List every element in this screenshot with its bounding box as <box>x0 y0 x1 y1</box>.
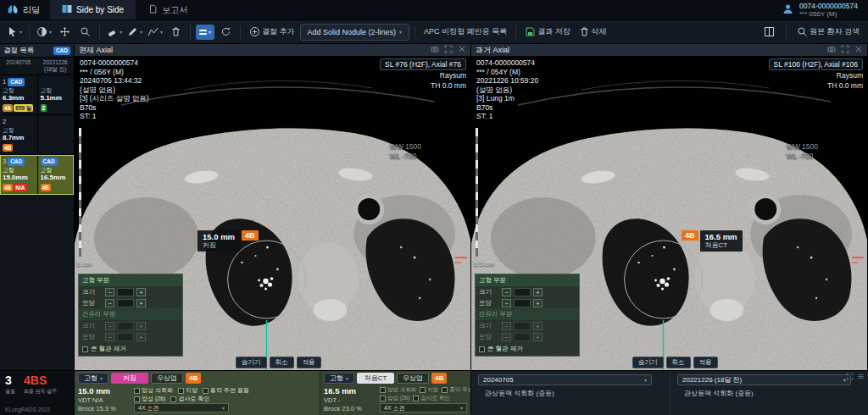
main-area: 결절 목록 CAD 20240705 20221226 (18달 전) 1CAD… <box>0 44 868 370</box>
perifissural-checkbox[interactable]: 흉막 주변 결절 <box>203 386 249 395</box>
nodule-row[interactable]: 2 고형 8.7mm 4B <box>0 115 74 155</box>
current-study-date: 20240705 <box>0 59 37 73</box>
4x-findings-dropdown[interactable]: 4X 소견▾ <box>380 403 467 412</box>
pan-tool-button[interactable] <box>55 23 74 42</box>
shape-decrease-button[interactable]: − <box>105 333 114 341</box>
sidebar-empty-space <box>0 195 74 370</box>
fat-checkbox[interactable]: 지방 <box>178 386 198 395</box>
eraser-tool-button[interactable]: ▾ <box>105 23 124 42</box>
nodule-current-cell: 3CAD 고형 15.0mm 4BN/A <box>0 155 37 194</box>
vdt-value: VDT - <box>324 396 375 404</box>
size-increase-button[interactable]: + <box>136 322 146 330</box>
category-badge: 4B <box>3 144 13 152</box>
viewport-header: 과거 Axial <box>471 44 867 56</box>
layout-grid-button[interactable] <box>760 23 779 42</box>
polyline-tool-button[interactable]: ▾ <box>146 23 164 42</box>
ct-viewport[interactable]: 0074-0000000574 *** / 054Y (M) 20221226 … <box>471 56 867 370</box>
change-status-button[interactable]: 커짐 <box>111 373 148 384</box>
lobe-location-button[interactable]: 우상엽 <box>151 373 183 384</box>
cancel-button[interactable]: 취소 <box>666 357 691 368</box>
shape-increase-button[interactable]: + <box>533 333 542 341</box>
apply-button[interactable]: 적용 <box>693 357 718 368</box>
change-status-button[interactable]: 처음CT <box>357 373 394 384</box>
prior-study-dropdown[interactable]: 20221226 (18달 전)▾ <box>677 374 851 385</box>
sync-scroll-toggle[interactable]: ▾ <box>196 25 214 40</box>
nodule-prior-cell <box>37 115 75 154</box>
zoom-tool-button[interactable] <box>75 23 94 42</box>
toolbar-separator <box>29 25 30 39</box>
overlay-buttons: 숨기기 취소 적용 <box>236 357 321 368</box>
size-increase-button[interactable]: + <box>533 322 542 330</box>
nodule-annotation[interactable]: 16.5 mm 처음CT 4B <box>682 230 743 252</box>
nodule-type-dropdown[interactable]: Add Solid Nodule (2-lines) ▾ <box>300 24 410 41</box>
size-decrease-button[interactable]: − <box>105 322 114 330</box>
capture-icon[interactable] <box>431 45 439 55</box>
maximize-icon[interactable] <box>444 45 453 55</box>
nodule-type-dropdown[interactable]: 고형▾ <box>324 373 354 384</box>
remove-vessels-checkbox[interactable] <box>479 346 485 352</box>
brock-score: Brock 15.3 % <box>78 405 129 412</box>
benign-2b-checkbox[interactable]: 양성 (2b) <box>134 395 165 403</box>
brock-score: Brock 23.0 % <box>324 405 375 412</box>
sync-refresh-button[interactable] <box>216 23 235 42</box>
benign-calcification-checkbox[interactable]: 양성 석회화 <box>134 386 173 395</box>
delete-annotation-button[interactable] <box>166 23 185 42</box>
nodule-count: 3 <box>5 374 15 387</box>
ct-viewport[interactable]: 0074-0000000574 *** / 056Y (M) 20240705 … <box>75 56 470 370</box>
size-decrease-button[interactable]: − <box>105 288 114 296</box>
4x-findings-dropdown[interactable]: 4X 소견▾ <box>134 403 229 412</box>
cad-toggle[interactable]: CAD <box>53 47 70 55</box>
confirmed-by-exam-checkbox[interactable]: 검사로 확인 <box>170 395 209 403</box>
nodule-row-selected[interactable]: 3CAD 고형 15.0mm 4BN/A CAD 고형 16.5mm 4B <box>0 155 74 195</box>
shape-increase-button[interactable]: + <box>136 299 146 307</box>
save-results-button[interactable]: 결과 저장 <box>521 23 574 42</box>
shape-decrease-button[interactable]: − <box>105 299 114 307</box>
nodule-annotation[interactable]: 15.0 mm 커짐 4B <box>198 230 259 252</box>
cancel-button[interactable]: 취소 <box>270 357 294 368</box>
panel-expand-icon[interactable] <box>846 373 854 382</box>
app-title: 리딩 <box>23 4 40 16</box>
size-decrease-button[interactable]: − <box>502 288 511 296</box>
original-patient-search-button[interactable]: 원본 환자 검색 <box>793 23 863 42</box>
shape-increase-button[interactable]: + <box>533 299 542 307</box>
tab-report[interactable]: 보고서 <box>136 0 200 19</box>
category-badge: 4B <box>682 230 698 241</box>
benign-2b-checkbox[interactable]: 양성 (2b) <box>380 395 409 402</box>
delete-nodule-button[interactable]: 삭제 <box>576 23 610 42</box>
size-increase-button[interactable]: + <box>533 288 542 296</box>
close-icon[interactable] <box>458 45 466 55</box>
close-icon[interactable] <box>854 45 863 55</box>
remove-vessels-checkbox[interactable] <box>82 346 88 352</box>
apc-list-button[interactable]: APC 비정형 폐반응 목록 <box>420 23 510 42</box>
finding-text: 관상동맥 석회화 (중등) <box>478 389 663 398</box>
shape-decrease-button[interactable]: − <box>502 299 511 307</box>
shape-increase-button[interactable]: + <box>136 333 146 341</box>
apply-button[interactable]: 적용 <box>297 357 321 368</box>
add-nodule-button[interactable]: 결절 추가 <box>246 23 298 42</box>
prior-nodule-panel: 고형▾ 처음CT 우상엽 4B 16.5 mm VDT - Brock 23.0… <box>320 371 471 415</box>
perifissural-checkbox[interactable]: 흉막 주변 결절 <box>442 386 471 394</box>
panel-menu-icon[interactable] <box>857 373 865 382</box>
hide-button[interactable]: 숨기기 <box>236 357 267 368</box>
lobe-location-button[interactable]: 우상엽 <box>397 373 429 384</box>
window-level-tool-button[interactable]: ▾ <box>35 23 53 42</box>
nodule-row[interactable]: 1CAD 고형 6.3mm 4A659 일 고형 5.1mm 2 <box>0 75 74 115</box>
size-increase-button[interactable]: + <box>136 288 146 296</box>
shape-decrease-button[interactable]: − <box>502 333 511 341</box>
nodule-current-cell: 1CAD 고형 6.3mm 4A659 일 <box>0 75 37 114</box>
fat-checkbox[interactable]: 지방 <box>420 386 438 394</box>
nodule-type-dropdown[interactable]: 고형▾ <box>78 373 108 384</box>
current-study-dropdown[interactable]: 20240705▾ <box>478 374 652 385</box>
confirmed-by-exam-checkbox[interactable]: 검사로 확인 <box>413 395 449 402</box>
capture-icon[interactable] <box>827 45 836 55</box>
size-decrease-button[interactable]: − <box>502 322 511 330</box>
draw-tool-button[interactable]: ▾ <box>125 23 144 42</box>
viewport-title: 과거 Axial <box>476 45 509 56</box>
cursor-tool-button[interactable]: ▾ <box>5 23 24 42</box>
dicom-overlay-topright: SL #76 (H2F), Axial #76 Raysum TH 0.0 mm <box>380 58 466 90</box>
hide-button[interactable]: 숨기기 <box>632 357 664 368</box>
tab-side-by-side[interactable]: Side by Side <box>50 0 136 19</box>
benign-calcification-checkbox[interactable]: 양성 석회화 <box>380 386 416 394</box>
maximize-icon[interactable] <box>841 45 849 55</box>
chevron-down-icon: ▾ <box>160 29 163 35</box>
